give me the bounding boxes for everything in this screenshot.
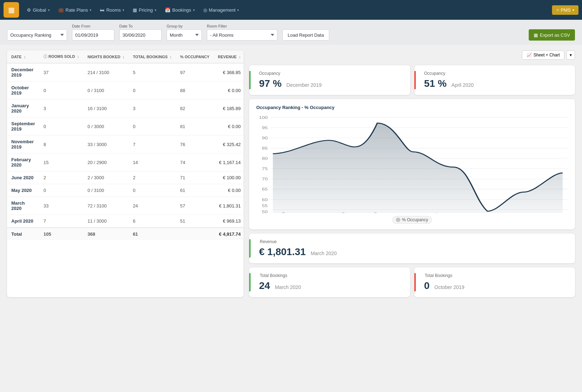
export-csv-button[interactable]: ▦ Export as CSV <box>529 29 575 41</box>
revenue-accent <box>249 239 251 258</box>
bookings-high-title: Total Bookings <box>260 273 403 278</box>
cell-rooms-sold: 0 <box>39 117 83 135</box>
cell-total-revenue: € 4,917.74 <box>214 228 244 240</box>
cell-total-bookings: 2 <box>128 171 176 184</box>
cell-rooms-sold: 8 <box>39 135 83 153</box>
svg-text:75: 75 <box>262 167 268 171</box>
cell-pct-occupancy: 97 <box>176 63 214 82</box>
col-header-total-bookings[interactable]: TOTAL BOOKINGS ↕ <box>128 50 176 63</box>
occupancy-table: DATE ↕ ⓘROOMS SOLD ↕ NIGHTS BOOKED ↕ TOT… <box>7 50 244 240</box>
svg-text:90: 90 <box>262 136 268 140</box>
nav-item-rate-plans[interactable]: 💼 Rate Plans ▾ <box>54 5 96 15</box>
nav-item-bookings[interactable]: 📅 Bookings ▾ <box>161 5 199 15</box>
export-btn-group: x ▦ Export as CSV <box>529 24 575 41</box>
cell-date: June 2020 <box>7 171 39 184</box>
room-filter-select[interactable]: - All Rooms <box>207 29 277 41</box>
legend-occupancy: % Occupancy <box>392 216 432 224</box>
svg-text:70: 70 <box>262 177 268 181</box>
date-to-input[interactable] <box>119 29 162 41</box>
date-from-input[interactable] <box>72 29 114 41</box>
chart-icon: 📈 <box>527 53 532 58</box>
sort-icon-date: ↕ <box>24 55 26 59</box>
table-row: April 2020 7 11 / 3000 6 51 € 969.13 <box>7 215 244 228</box>
table-row: March 2020 33 72 / 3100 24 57 € 1,801.31 <box>7 197 244 215</box>
red-accent <box>414 71 416 89</box>
bookings-low-card: Total Bookings 0 October 2019 <box>414 267 575 297</box>
nav-item-pricing[interactable]: ▦ Pricing ▾ <box>128 5 161 15</box>
room-filter-label: Room Filter <box>207 24 277 28</box>
col-header-revenue[interactable]: REVENUE ↕ <box>214 50 244 63</box>
report-type-select[interactable]: Occupancy Ranking <box>7 29 67 41</box>
nav-item-global[interactable]: ⚙ Global ▾ <box>23 5 54 15</box>
col-header-date[interactable]: DATE ↕ <box>7 50 39 63</box>
cell-date: April 2020 <box>7 215 39 228</box>
occupancy-high-card: Occupancy 97 % December 2019 <box>249 65 410 95</box>
cell-total-label: Total <box>7 228 39 240</box>
table-row: February 2020 15 20 / 2900 14 74 € 1,167… <box>7 153 244 171</box>
cell-rooms-sold: 2 <box>39 171 83 184</box>
nav-label-global: Global <box>33 7 46 13</box>
report-type-filter: Occupancy Ranking <box>7 28 67 41</box>
cell-nights-booked: 0 / 3100 <box>83 82 128 99</box>
group-by-group: Group by Month Week Day <box>167 24 202 41</box>
table-row: May 2020 0 0 / 3100 0 61 € 0.00 <box>7 184 244 197</box>
cell-date: September 2019 <box>7 117 39 135</box>
chevron-down-icon-6: ▾ <box>237 8 239 12</box>
cell-pct-occupancy: 76 <box>176 135 214 153</box>
bookings-green-accent <box>249 273 251 291</box>
cell-total-pct <box>176 228 214 240</box>
cell-revenue: € 368.85 <box>214 63 244 82</box>
cell-nights-booked: 16 / 3100 <box>83 99 128 117</box>
group-by-select[interactable]: Month Week Day <box>167 29 202 41</box>
chevron-down-icon-5: ▾ <box>193 8 195 12</box>
svg-text:100: 100 <box>259 115 268 120</box>
cell-pct-occupancy: 74 <box>176 153 214 171</box>
cell-rooms-sold: 0 <box>39 82 83 99</box>
chevron-down-icon-4: ▾ <box>155 8 156 12</box>
table-total-row: Total 105 368 61 € 4,917.74 <box>7 228 244 240</box>
date-to-label: Date To <box>119 24 162 28</box>
svg-text:55: 55 <box>262 204 268 208</box>
chevron-down-icon-7: ▾ <box>572 8 574 12</box>
sheet-chart-toggle-button[interactable]: 📈 Sheet + Chart <box>522 50 564 60</box>
col-header-rooms-sold[interactable]: ⓘROOMS SOLD ↕ <box>39 50 83 63</box>
svg-text:50: 50 <box>262 210 268 213</box>
cell-total-bookings: 7 <box>128 135 176 153</box>
cell-date: May 2020 <box>7 184 39 197</box>
right-panel: 📈 Sheet + Chart ▾ Occupancy 97 % Decembe… <box>249 50 575 297</box>
table-icon: ▦ <box>534 32 538 38</box>
cell-rooms-sold: 3 <box>39 99 83 117</box>
svg-text:95: 95 <box>262 126 268 130</box>
cell-pct-occupancy: 71 <box>176 171 214 184</box>
cell-date: March 2020 <box>7 197 39 215</box>
sort-icon-nights: ↕ <box>122 55 125 59</box>
list-icon: ≡ <box>556 7 559 13</box>
bed-icon: 🛏 <box>100 7 104 13</box>
nav-label-pricing: Pricing <box>139 7 153 13</box>
cell-pct-occupancy: 61 <box>176 184 214 197</box>
table-row: October 2019 0 0 / 3100 0 88 € 0.00 <box>7 82 244 99</box>
data-table-section: DATE ↕ ⓘROOMS SOLD ↕ NIGHTS BOOKED ↕ TOT… <box>7 50 244 297</box>
nav-item-pms[interactable]: ≡ PMS ▾ <box>552 5 578 15</box>
cell-pct-occupancy: 51 <box>176 215 214 228</box>
nav-item-rooms[interactable]: 🛏 Rooms ▾ <box>96 5 128 15</box>
cell-nights-booked: 20 / 2900 <box>83 153 128 171</box>
nav-item-management[interactable]: ◎ Management ▾ <box>199 5 244 15</box>
col-header-nights-booked[interactable]: NIGHTS BOOKED ↕ <box>83 50 128 63</box>
app-logo: ▦ <box>4 2 19 18</box>
cell-rooms-sold: 15 <box>39 153 83 171</box>
cell-total-bookings: 5 <box>128 63 176 82</box>
cell-total-bookings: 3 <box>128 99 176 117</box>
toggle-caret-button[interactable]: ▾ <box>566 50 575 60</box>
cell-rooms-sold: 0 <box>39 184 83 197</box>
circle-icon: ◎ <box>203 7 207 13</box>
cell-revenue: € 325.42 <box>214 135 244 153</box>
bookings-low-value: 0 October 2019 <box>424 280 568 291</box>
bottom-stats: Revenue € 1,801.31 March 2020 Total Book… <box>249 234 575 297</box>
view-toggle-row: 📈 Sheet + Chart ▾ <box>249 50 575 60</box>
gear-icon: ⚙ <box>27 7 31 13</box>
load-report-button[interactable]: Load Report Data <box>282 29 329 41</box>
cell-total-bookings: 6 <box>128 215 176 228</box>
svg-text:80: 80 <box>262 156 268 161</box>
cell-rooms-sold: 37 <box>39 63 83 82</box>
